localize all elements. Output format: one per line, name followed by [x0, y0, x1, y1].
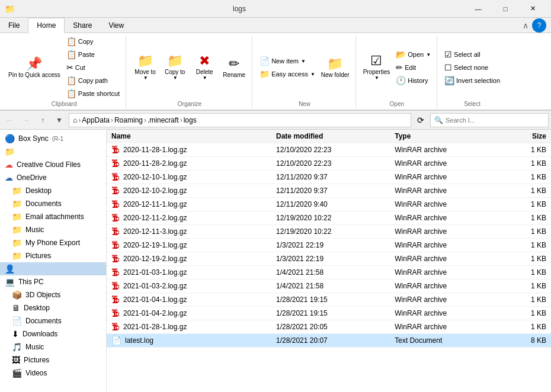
sidebar-item-user-icon[interactable]: 👤 [0, 262, 106, 275]
file-date: 12/19/2020 10:22 [276, 227, 395, 236]
file-date: 1/4/2021 21:58 [276, 282, 395, 290]
paste-button[interactable]: 📋 Paste [64, 49, 122, 60]
tab-view[interactable]: View [100, 18, 132, 33]
sidebar-item-pictures-user[interactable]: 📁 Pictures [0, 249, 106, 262]
table-row[interactable]: 🗜 2020-12-19-2.log.gz 1/3/2021 22:19 Win… [107, 252, 551, 266]
rename-button[interactable]: ✏ Rename [220, 56, 248, 79]
sidebar-item-myphone[interactable]: 📁 My Phone Export [0, 236, 106, 249]
sidebar-item-label-desktop-user: Desktop [25, 187, 52, 195]
select-all-button[interactable]: ☑ Select all [442, 49, 502, 60]
file-name: 2020-12-11-2.log.gz [123, 214, 187, 222]
table-row[interactable]: 🗜 2021-01-04-2.log.gz 1/28/2021 19:15 Wi… [107, 307, 551, 320]
search-input[interactable] [446, 117, 544, 124]
edit-button[interactable]: ✏ Edit [393, 62, 433, 73]
sidebar-item-boxsync[interactable]: 🔵 Box Sync (R-1 [0, 132, 106, 145]
history-button[interactable]: 🕐 History [393, 75, 433, 86]
table-row[interactable]: 🗜 2020-12-10-1.log.gz 12/11/2020 9:37 Wi… [107, 171, 551, 184]
new-folder-button[interactable]: 📁 New folder [319, 56, 352, 79]
table-row[interactable]: 🗜 2021-01-03-1.log.gz 1/4/2021 21:58 Win… [107, 266, 551, 279]
sidebar-item-email-attachments[interactable]: 📁 Email attachments [0, 210, 106, 223]
sidebar-item-music-pc[interactable]: 🎵 Music [0, 340, 106, 354]
tab-home[interactable]: Home [28, 18, 65, 33]
copy-path-button[interactable]: 📋 Copy path [64, 75, 122, 86]
ribbon-tabs: File Home Share View ∧ ? [0, 18, 551, 33]
file-type: WinRAR archive [395, 268, 494, 277]
tab-file[interactable]: File [0, 18, 28, 33]
col-header-type[interactable]: Type [395, 132, 494, 140]
new-item-button[interactable]: 📄 New item ▼ [257, 55, 318, 67]
user-avatar-icon: 👤 [5, 264, 15, 274]
help-button[interactable]: ? [532, 18, 546, 33]
sidebar-item-unnamed[interactable]: 📁 [0, 145, 106, 158]
address-bar: ← → ↑ ▼ ⌂ › AppData › Roaming › .minecra… [0, 111, 551, 130]
table-row[interactable]: 🗜 2020-12-10-2.log.gz 12/11/2020 9:37 Wi… [107, 184, 551, 198]
refresh-button[interactable]: ⟳ [414, 113, 428, 127]
cut-button[interactable]: ✂ Cut [64, 62, 122, 73]
sidebar-item-desktop-pc[interactable]: 🖥 Desktop [0, 301, 106, 314]
sidebar-item-pictures-pc[interactable]: 🖼 Pictures [0, 354, 106, 367]
file-type: WinRAR archive [395, 146, 494, 154]
ribbon: File Home Share View ∧ ? 📌 Pin to Quick … [0, 18, 551, 111]
table-row[interactable]: 🗜 2020-12-19-1.log.gz 1/3/2021 22:19 Win… [107, 239, 551, 252]
paste-shortcut-label: Paste shortcut [78, 90, 120, 97]
pictures-user-icon: 📁 [12, 251, 22, 261]
path-roaming: Roaming [114, 116, 143, 124]
sidebar-item-onedrive[interactable]: ☁ OneDrive [0, 171, 106, 184]
table-row[interactable]: 🗜 2020-11-28-1.log.gz 12/10/2020 22:23 W… [107, 143, 551, 157]
up-button[interactable]: ↑ [36, 113, 50, 127]
back-button[interactable]: ← [2, 113, 17, 127]
sidebar: 🔵 Box Sync (R-1 📁 ☁ Creative Cloud Files… [0, 130, 107, 392]
table-row[interactable]: 🗜 2020-12-11-3.log.gz 12/19/2020 10:22 W… [107, 225, 551, 239]
open-button[interactable]: 📂 Open ▼ [393, 49, 433, 60]
file-type: WinRAR archive [395, 323, 494, 331]
delete-button[interactable]: ✖ Delete ▼ [190, 53, 219, 82]
sidebar-item-downloads[interactable]: ⬇ Downloads [0, 327, 106, 340]
sidebar-item-desktop-user[interactable]: 📁 Desktop [0, 184, 106, 197]
col-header-date[interactable]: Date modified [276, 132, 395, 140]
properties-button[interactable]: ☑ Properties ▼ [361, 53, 393, 82]
col-header-name[interactable]: Name [111, 132, 276, 140]
table-row[interactable]: 🗜 2021-01-28-1.log.gz 1/28/2021 20:05 Wi… [107, 320, 551, 334]
file-date: 12/11/2020 9:37 [276, 173, 395, 181]
file-name: 2021-01-03-2.log.gz [123, 282, 187, 290]
ribbon-collapse-btn[interactable]: ∧ [523, 21, 528, 30]
invert-selection-button[interactable]: 🔄 Invert selection [442, 75, 502, 86]
copy-button[interactable]: 📋 Copy [64, 36, 122, 47]
file-name: 2020-11-28-1.log.gz [123, 146, 187, 154]
copy-to-button[interactable]: 📁 Copy to ▼ [161, 53, 189, 82]
desktop-user-icon: 📁 [12, 186, 22, 195]
sidebar-item-videos[interactable]: 🎬 Videos [0, 367, 106, 380]
easy-access-button[interactable]: 📁 Easy access ▼ [257, 68, 318, 80]
recent-locations-button[interactable]: ▼ [52, 113, 66, 127]
sidebar-item-this-pc[interactable]: 💻 This PC [0, 275, 106, 288]
table-row[interactable]: 🗜 2021-01-03-2.log.gz 1/4/2021 21:58 Win… [107, 279, 551, 293]
sidebar-item-music-user[interactable]: 📁 Music [0, 223, 106, 236]
sidebar-item-documents-pc[interactable]: 📄 Documents [0, 314, 106, 327]
address-path[interactable]: ⌂ › AppData › Roaming › .minecraft › log… [69, 113, 411, 127]
table-row[interactable]: 🗜 2020-12-11-1.log.gz 12/11/2020 9:40 Wi… [107, 198, 551, 211]
file-name: 2020-12-11-3.log.gz [123, 227, 187, 236]
table-row[interactable]: 🗜 2020-12-11-2.log.gz 12/19/2020 10:22 W… [107, 211, 551, 225]
select-none-button[interactable]: ☐ Select none [442, 62, 502, 73]
path-home: ⌂ [73, 116, 77, 124]
ribbon-group-open: ☑ Properties ▼ 📂 Open ▼ ✏ Edit 🕐 [357, 36, 437, 108]
move-to-button[interactable]: 📁 Move to ▼ [131, 53, 159, 82]
table-row[interactable]: 🗜 2020-11-28-2.log.gz 12/10/2020 22:23 W… [107, 157, 551, 171]
sidebar-item-creative-cloud[interactable]: ☁ Creative Cloud Files [0, 158, 106, 171]
maximize-button[interactable]: □ [492, 0, 519, 18]
boxsync-icon: 🔵 [5, 134, 15, 143]
tab-share[interactable]: Share [65, 18, 100, 33]
documents-pc-icon: 📄 [12, 316, 22, 326]
close-button[interactable]: ✕ [519, 0, 546, 18]
sidebar-item-3d-objects[interactable]: 📦 3D Objects [0, 288, 106, 301]
file-name: 2021-01-04-1.log.gz [123, 295, 187, 304]
col-header-size[interactable]: Size [494, 132, 546, 140]
minimize-button[interactable]: — [464, 0, 492, 18]
table-row[interactable]: 📄 latest.log 1/28/2021 20:07 Text Docume… [107, 334, 551, 348]
table-row[interactable]: 🗜 2021-01-04-1.log.gz 1/28/2021 19:15 Wi… [107, 293, 551, 307]
path-sep-1: › [111, 116, 113, 124]
paste-shortcut-button[interactable]: 📋 Paste shortcut [64, 88, 122, 99]
sidebar-item-documents-user[interactable]: 📁 Documents [0, 197, 106, 210]
pin-to-quick-access-button[interactable]: 📌 Pin to Quick access [6, 56, 63, 79]
forward-button[interactable]: → [19, 113, 33, 127]
